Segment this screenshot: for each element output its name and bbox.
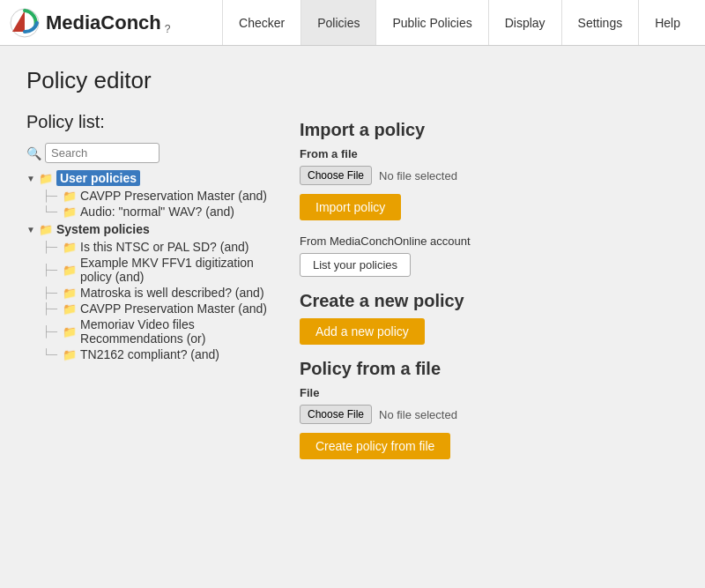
policy-list-title: Policy list: xyxy=(26,112,273,132)
tree-system-policies-group: ▼ 📁 System policies ├─ 📁 Is this NTSC or… xyxy=(26,221,273,362)
list-item[interactable]: ├─ 📁 Matroska is well described? (and) xyxy=(42,285,273,301)
create-section-title: Create a new policy xyxy=(300,291,679,311)
search-bar: 🔍 xyxy=(26,143,273,163)
policy-no-file-label: No file selected xyxy=(379,408,457,421)
logo-area: MediaConch ? xyxy=(9,7,170,39)
tree-user-policies-header: ▼ 📁 User policies xyxy=(26,170,273,186)
folder-icon-user: 📁 xyxy=(39,172,53,185)
folder-icon: 📁 xyxy=(63,348,77,361)
triangle-icon: ▼ xyxy=(26,174,35,183)
nav-settings[interactable]: Settings xyxy=(561,0,639,45)
list-policies-button[interactable]: List your policies xyxy=(300,253,411,277)
user-policies-label[interactable]: User policies xyxy=(56,170,140,186)
list-item[interactable]: ├─ 📁 Is this NTSC or PAL SD? (and) xyxy=(42,239,273,255)
branch-line: ├─ xyxy=(42,302,57,315)
create-from-file-button[interactable]: Create policy from file xyxy=(300,433,450,459)
import-policy-button[interactable]: Import policy xyxy=(300,194,401,220)
nav-public-policies[interactable]: Public Policies xyxy=(375,0,487,45)
main-content: Policy editor Policy list: 🔍 ▼ 📁 User po… xyxy=(0,46,705,588)
nav-checker[interactable]: Checker xyxy=(222,0,301,45)
folder-icon: 📁 xyxy=(63,325,77,339)
nav-display[interactable]: Display xyxy=(488,0,561,45)
tree-leaf-label: Memoriav Video files Recommendations (or… xyxy=(80,317,273,346)
import-section-title: Import a policy xyxy=(300,120,679,140)
folder-icon: 📁 xyxy=(63,264,77,277)
branch-line: ├─ xyxy=(42,264,57,276)
branch-line: ├─ xyxy=(42,190,57,202)
search-input[interactable] xyxy=(45,143,160,163)
folder-icon: 📁 xyxy=(63,241,77,254)
folder-icon-system: 📁 xyxy=(39,223,53,236)
list-item[interactable]: ├─ 📁 Memoriav Video files Recommendation… xyxy=(42,316,273,346)
tree-leaf-label: Is this NTSC or PAL SD? (and) xyxy=(80,240,249,254)
tree-system-policies-header: ▼ 📁 System policies xyxy=(26,221,273,237)
system-policies-children: ├─ 📁 Is this NTSC or PAL SD? (and) ├─ 📁 … xyxy=(26,239,273,362)
policy-from-file-title: Policy from a file xyxy=(300,359,679,379)
list-item[interactable]: ├─ 📁 CAVPP Preservation Master (and) xyxy=(42,188,273,204)
tree-user-policies-group: ▼ 📁 User policies ├─ 📁 CAVPP Preservatio… xyxy=(26,170,273,220)
list-item[interactable]: └─ 📁 Audio: "normal" WAV? (and) xyxy=(42,204,273,220)
user-policies-children: ├─ 📁 CAVPP Preservation Master (and) └─ … xyxy=(26,188,273,220)
branch-line: ├─ xyxy=(42,325,57,338)
from-file-label: From a file xyxy=(300,147,679,160)
from-account-label: From MediaConchOnline account xyxy=(300,234,679,248)
import-choose-file-button[interactable]: Choose File xyxy=(300,166,372,185)
logo-icon xyxy=(9,7,41,39)
system-policies-label[interactable]: System policies xyxy=(56,221,150,237)
page-title: Policy editor xyxy=(26,67,273,94)
tree-leaf-label: Example MKV FFV1 digitization policy (an… xyxy=(80,256,273,284)
left-panel: Policy editor Policy list: 🔍 ▼ 📁 User po… xyxy=(26,67,273,567)
tree-leaf-label: CAVPP Preservation Master (and) xyxy=(80,189,267,203)
tree-leaf-label: Audio: "normal" WAV? (and) xyxy=(80,205,234,219)
folder-icon: 📁 xyxy=(63,205,77,219)
file-label: File xyxy=(300,386,679,399)
nav-policies[interactable]: Policies xyxy=(301,0,375,45)
policy-file-row: Choose File No file selected xyxy=(300,405,679,424)
import-no-file-label: No file selected xyxy=(379,169,457,182)
policy-tree: ▼ 📁 User policies ├─ 📁 CAVPP Preservatio… xyxy=(26,170,273,362)
triangle-icon: ▼ xyxy=(26,225,35,234)
header: MediaConch ? Checker Policies Public Pol… xyxy=(0,0,705,46)
branch-line: ├─ xyxy=(42,287,57,299)
policy-choose-file-button[interactable]: Choose File xyxy=(300,405,372,424)
tree-leaf-label: CAVPP Preservation Master (and) xyxy=(80,301,267,316)
help-icon[interactable]: ? xyxy=(165,23,171,35)
list-item[interactable]: ├─ 📁 CAVPP Preservation Master (and) xyxy=(42,301,273,316)
branch-line: └─ xyxy=(42,348,57,361)
list-item[interactable]: └─ 📁 TN2162 compliant? (and) xyxy=(42,346,273,362)
right-panel: Import a policy From a file Choose File … xyxy=(300,67,679,567)
list-item[interactable]: ├─ 📁 Example MKV FFV1 digitization polic… xyxy=(42,255,273,285)
branch-line: ├─ xyxy=(42,241,57,253)
add-new-policy-button[interactable]: Add a new policy xyxy=(300,318,425,345)
branch-line: └─ xyxy=(42,205,57,218)
search-icon: 🔍 xyxy=(26,146,41,160)
logo-text: MediaConch xyxy=(46,11,161,34)
import-file-row: Choose File No file selected xyxy=(300,166,679,185)
folder-icon: 📁 xyxy=(63,287,77,300)
folder-icon: 📁 xyxy=(63,190,77,203)
tree-leaf-label: Matroska is well described? (and) xyxy=(80,286,264,300)
main-nav: Checker Policies Public Policies Display… xyxy=(222,0,696,45)
tree-leaf-label: TN2162 compliant? (and) xyxy=(80,347,219,361)
folder-icon: 📁 xyxy=(63,302,77,316)
nav-help[interactable]: Help xyxy=(638,0,696,45)
